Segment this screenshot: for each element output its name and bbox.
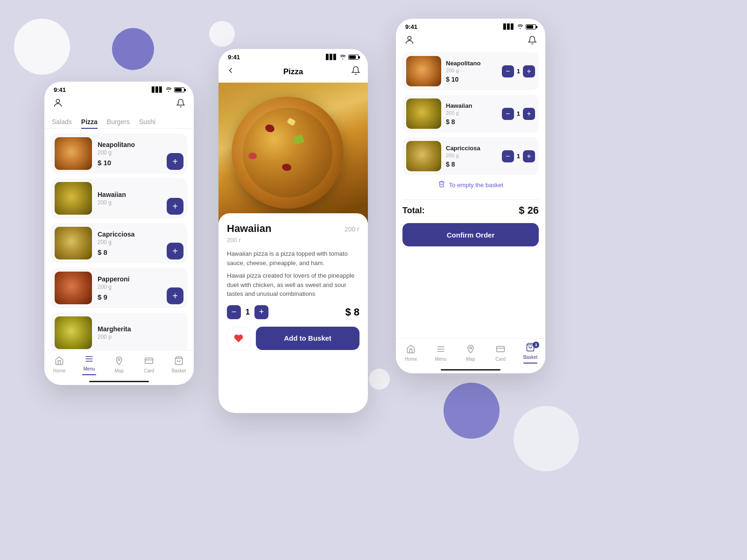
detail-footer: − 1 + $ 8 (227, 305, 359, 319)
user-icon-1[interactable] (53, 98, 63, 111)
add-papperoni-button[interactable]: + (167, 287, 183, 304)
nav-basket-3[interactable]: 3 Basket (519, 343, 542, 364)
phone-detail: 9:41 ▋▋▋ Pizza (218, 49, 368, 413)
nav-card-3[interactable]: Card (489, 344, 512, 362)
svg-rect-5 (145, 358, 153, 364)
basket-minus-neapolitano[interactable]: − (502, 65, 514, 77)
menu-item-margherita[interactable]: Margherita 200 р (51, 313, 187, 353)
svg-point-4 (118, 358, 120, 360)
deco-circle-4 (369, 369, 390, 390)
basket-list: Neapolitano 200 g $ 10 − 1 + Hawaiian 20… (396, 52, 545, 175)
tab-burgers[interactable]: Burgers (107, 115, 130, 128)
detail-row-top: Hawaiian 200 г (227, 223, 359, 235)
deco-circle-1 (14, 19, 70, 75)
tabs-row: Salads Pizza Burgers Sushi (44, 115, 194, 129)
tab-pizza[interactable]: Pizza (81, 115, 98, 128)
bell-icon-3[interactable] (528, 35, 537, 48)
menu-img-margherita (55, 316, 92, 349)
menu-list: Neapolitano 200 g $ 10 + Hawaiian 200 g … (44, 133, 194, 357)
menu-item-papperoni[interactable]: Papperoni 200 g $ 9 + (51, 268, 187, 308)
nav-bar-3: Home Menu Map Card (396, 338, 545, 373)
basket-item-hawaiian: Hawaiian 200 g $ 8 − 1 + (402, 95, 539, 133)
basket-weight-neapolitano: 200 g (446, 68, 497, 73)
total-amount: $ 26 (519, 204, 539, 217)
nav-map-3[interactable]: Map (459, 344, 482, 362)
basket-qty-neapolitano: − 1 + (502, 65, 535, 77)
basket-qty-num-neapolitano: 1 (517, 68, 520, 75)
menu-name-neapolitano: Neapolitano (98, 141, 161, 148)
battery-2 (348, 55, 359, 60)
svg-point-8 (408, 36, 411, 40)
menu-price-papperoni: $ 9 (98, 293, 161, 301)
menu-weight-margherita: 200 р (98, 334, 183, 340)
menu-item-hawaiian[interactable]: Hawaiian 200 g + (51, 178, 187, 218)
confirm-order-button[interactable]: Confirm Order (402, 223, 539, 246)
detail-title: Pizza (283, 67, 303, 77)
menu-item-neapolitano[interactable]: Neapolitano 200 g $ 10 + (51, 133, 187, 174)
basket-plus-hawaiian[interactable]: + (523, 108, 535, 120)
bell-icon-2[interactable] (351, 65, 360, 78)
qty-plus-button[interactable]: + (254, 305, 268, 319)
nav-home-3[interactable]: Home (399, 344, 423, 362)
nav-menu-label-3: Menu (435, 357, 446, 362)
tab-salads[interactable]: Salads (52, 115, 72, 128)
menu-name-margherita: Margherita (98, 325, 183, 333)
detail-actions: Add to Busket (227, 327, 359, 350)
nav-basket-1[interactable]: Basket (167, 356, 190, 373)
basket-minus-capricciosa[interactable]: − (502, 150, 514, 162)
menu-info-capricciosa: Capricciosa 200 g $ 8 (98, 231, 161, 256)
wifi-1 (165, 87, 172, 93)
basket-plus-neapolitano[interactable]: + (523, 65, 535, 77)
nav-home-1[interactable]: Home (48, 356, 71, 373)
basket-name-neapolitano: Neapolitano (446, 60, 497, 67)
signal-3: ▋▋▋ (503, 24, 514, 30)
tab-sushi[interactable]: Sushi (139, 115, 155, 128)
basket-weight-capricciosa: 200 g (446, 153, 497, 158)
status-bar-1: 9:41 ▋▋▋ (44, 82, 194, 96)
bell-icon-1[interactable] (176, 98, 185, 111)
nav-map-label-3: Map (466, 357, 475, 362)
menu-icon-1 (85, 354, 94, 365)
back-button[interactable] (226, 66, 235, 77)
status-icons-1: ▋▋▋ (152, 87, 184, 93)
home-icon-3 (406, 344, 416, 355)
basket-price-neapolitano: $ 10 (446, 76, 497, 83)
empty-basket-button[interactable]: To empty the basket (396, 180, 545, 190)
svg-point-12 (470, 347, 472, 349)
signal-1: ▋▋▋ (152, 87, 163, 93)
menu-price-neapolitano: $ 10 (98, 159, 161, 167)
detail-hero-image (218, 83, 368, 223)
basket-plus-capricciosa[interactable]: + (523, 150, 535, 162)
add-neapolitano-button[interactable]: + (167, 153, 183, 170)
basket-weight-hawaiian: 200 g (446, 110, 497, 116)
menu-name-papperoni: Papperoni (98, 275, 161, 283)
add-hawaiian-button[interactable]: + (167, 198, 183, 215)
nav-basket-label-1: Basket (172, 368, 186, 373)
basket-qty-hawaiian: − 1 + (502, 108, 535, 120)
qty-minus-button[interactable]: − (227, 305, 241, 319)
add-capricciosa-button[interactable]: + (167, 243, 183, 259)
nav-menu-label-1: Menu (83, 366, 95, 371)
favorite-button[interactable] (227, 327, 250, 350)
user-icon-3[interactable] (404, 35, 415, 48)
basket-minus-hawaiian[interactable]: − (502, 108, 514, 120)
battery-1 (174, 87, 184, 92)
nav-menu-1[interactable]: Menu (78, 354, 101, 375)
add-to-basket-button[interactable]: Add to Busket (256, 327, 359, 350)
menu-item-capricciosa[interactable]: Capricciosa 200 g $ 8 + (51, 223, 187, 263)
menu-img-hawaiian (55, 182, 92, 215)
nav-map-1[interactable]: Map (107, 356, 131, 373)
menu-img-papperoni (55, 272, 92, 304)
nav-card-1[interactable]: Card (137, 356, 161, 373)
svg-point-0 (56, 99, 59, 103)
map-icon-3 (466, 344, 475, 355)
time-3: 9:41 (405, 23, 417, 30)
nav-menu-3[interactable]: Menu (429, 344, 452, 362)
wifi-2 (339, 54, 346, 61)
nav-card-label-1: Card (144, 368, 154, 373)
menu-info-papperoni: Papperoni 200 g $ 9 (98, 275, 161, 301)
phone-menu: 9:41 ▋▋▋ Salads Pizza Burgers Sushi Neap… (44, 82, 194, 385)
basket-price-hawaiian: $ 8 (446, 118, 497, 126)
status-bar-2: 9:41 ▋▋▋ (218, 49, 368, 63)
trash-icon (438, 180, 445, 190)
